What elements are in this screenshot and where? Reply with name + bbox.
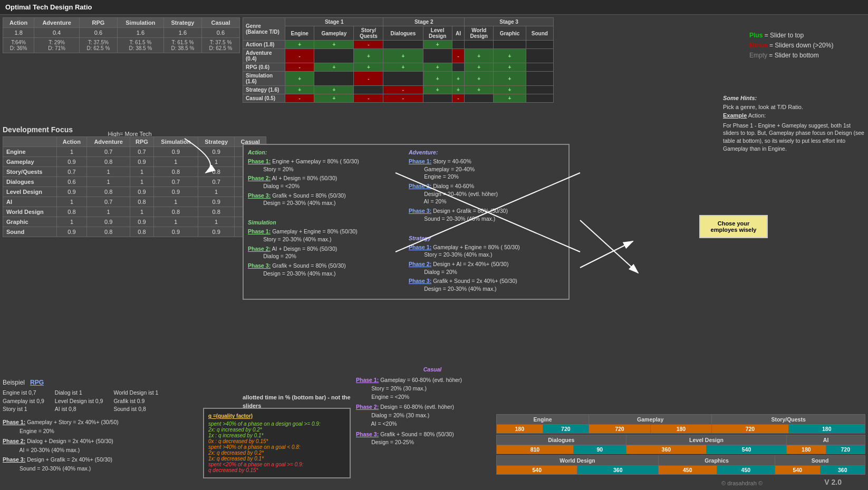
bsp-phase1: Phase 1: Gameplay + Story = 2x 40%+ (30/… — [3, 418, 203, 436]
genre-cell: + — [465, 86, 494, 94]
dev-cell: 0.9 — [153, 187, 198, 197]
genre-cell — [452, 63, 464, 72]
dev-cell: Story/Quests — [3, 167, 57, 177]
br-engine-2: 720 — [543, 425, 589, 434]
adv-phase1-label: Phase 1: — [409, 158, 431, 164]
td-strategy: T: 61.5 %D: 38.5 % — [163, 38, 201, 53]
genre-row-name: Action (1.8) — [243, 41, 285, 49]
dev-cell: 0.9 — [198, 227, 234, 237]
genre-cell — [526, 94, 553, 103]
legend-empty-label: Empty — [749, 52, 767, 59]
beispiel-phases: Phase 1: Gameplay + Story = 2x 40%+ (30/… — [3, 418, 203, 473]
genre-cell: - — [452, 94, 464, 103]
dev-cell: 0.7 — [56, 167, 86, 177]
genre-cell — [526, 41, 553, 49]
q-factor-box: q =(quality factor) spent >40% of a phas… — [203, 408, 351, 478]
genre-cell: + — [465, 72, 494, 86]
genre-cell — [526, 63, 553, 72]
app-title: Optimal Tech Design Ratio — [5, 3, 92, 11]
dev-cell: 1 — [87, 177, 130, 187]
dev-cell: 1 — [198, 187, 234, 197]
title-bar: Optimal Tech Design Ratio — [0, 0, 868, 15]
genre-cell: + — [423, 63, 452, 72]
legend-empty-text: = Slider to bottom — [769, 52, 818, 59]
genre-cell: - — [452, 49, 464, 63]
dev-cell: 0.9 — [198, 197, 234, 207]
casual-section: Casual Phase 1: Gameplay = 60-80% (evtl.… — [356, 366, 509, 447]
q-item-6: 2x: q decreased by 0.2* — [208, 450, 345, 456]
genre-cell: + — [465, 49, 494, 63]
adv-phase1: Phase 1: Story = 40-60% Gameplay = 20-40… — [409, 158, 564, 181]
legend-minus-row: Minus = Sliders down (>20%) — [749, 41, 865, 51]
bsp-phase3: Phase 3: Design + Grafik = 2x 40%+ (50/3… — [3, 455, 203, 473]
sim-phase3: Phase 3: Grafik + Sound = 80% (50/30) De… — [248, 262, 403, 277]
br-snd-1: 540 — [775, 466, 820, 475]
ratio-header-simulation: Simulation — [117, 18, 163, 28]
ratio-header-action: Action — [3, 18, 34, 28]
dev-cell: 1 — [87, 167, 130, 177]
casual-phase1: Phase 1: Gameplay = 60-80% (evtl. höher)… — [356, 376, 509, 401]
ratio-table: Action Adventure RPG Simulation Strategy… — [3, 17, 240, 53]
q-item-7: 1x: q decreased by 0.1* — [208, 456, 345, 462]
ratio-val-casual: 0.6 — [202, 28, 240, 38]
dev-cell: 0.8 — [198, 207, 234, 217]
gh-ai: AI — [452, 26, 464, 41]
dev-focus-table: Action Adventure RPG Simulation Strategy… — [3, 136, 266, 237]
casual-phase1-label: Phase 1: — [356, 377, 379, 383]
genre-cell: + — [354, 49, 383, 63]
genre-cell: + — [423, 86, 452, 94]
dev-cell: 1 — [87, 207, 130, 217]
dev-cell: 1 — [56, 217, 86, 227]
dev-cell: 1 — [56, 147, 86, 157]
br-h-gameplay: Gameplay — [589, 415, 712, 425]
casual-title: Casual — [356, 366, 509, 374]
rpg-link[interactable]: RPG — [30, 379, 44, 386]
br-lvl-2: 540 — [706, 445, 786, 454]
dev-cell: 1 — [130, 167, 154, 177]
legend-plus-row: Plus = Slider to top — [749, 31, 865, 41]
stat-col-2: Dialog ist 1Level Design ist 0,9AI ist 0… — [55, 389, 103, 414]
simulation-title: Simulation — [248, 219, 403, 226]
br-wd-2: 360 — [577, 466, 659, 475]
dev-cell: Graphic — [3, 217, 57, 227]
genre-cell: + — [494, 49, 526, 63]
action-phase3-label: Phase 3: — [248, 192, 271, 199]
str-phase1: Phase 1: Gameplay + Engine = 80% ( 50/30… — [409, 243, 564, 259]
genre-row-name: Simulation (1.6) — [243, 72, 285, 86]
df-h-action: Action — [56, 137, 86, 147]
genre-cell: + — [494, 63, 526, 72]
ratio-val-action: 1.8 — [3, 28, 34, 38]
genre-cell — [465, 94, 494, 103]
sim-phase1: Phase 1: Gameplay + Engine = 80% (50/30)… — [248, 228, 403, 243]
br-h-graphics: Graphics — [659, 456, 775, 466]
q-item-2: 2x: q increased by 0.2* — [208, 427, 345, 433]
gh-leveldesign: LevelDesign — [423, 26, 452, 41]
dev-cell: 0.8 — [153, 167, 198, 177]
df-h-adventure: Adventure — [87, 137, 130, 147]
dev-cell: 0.9 — [87, 217, 130, 227]
strategy-title: Strategy — [409, 235, 564, 241]
td-casual: T: 37.5 %D: 62.5 % — [202, 38, 240, 53]
dev-cell: 0.8 — [87, 157, 130, 167]
genre-cell: - — [285, 49, 314, 63]
br-engine-1: 180 — [497, 425, 543, 434]
br-table-3: World Design Graphics Sound 540 360 450 … — [496, 455, 865, 475]
q-item-8: spent <20% of a phase on a goal >= 0.9: — [208, 462, 345, 467]
br-snd-2: 360 — [820, 466, 865, 475]
genre-cell: - — [383, 86, 423, 94]
sim-phase2: Phase 2: AI + Deisgn = 80% (50/30) Dialo… — [248, 245, 403, 260]
dev-cell: 0.8 — [130, 227, 154, 237]
legend-empty-row: Empty = Slider to bottom — [749, 51, 865, 61]
dev-cell: 1 — [198, 217, 234, 227]
df-h0 — [3, 137, 57, 147]
dev-cell: Sound — [3, 227, 57, 237]
td-action: T:64%D: 36% — [3, 38, 34, 53]
dev-cell: 0.9 — [153, 227, 198, 237]
dev-cell: 0.8 — [153, 207, 198, 217]
dev-cell: 0.8 — [198, 167, 234, 177]
gh-story: Story/Quests — [354, 26, 383, 41]
td-rpg: T: 37.5%D: 62.5 % — [79, 38, 117, 53]
gh-dialogues: Dialogues — [383, 26, 423, 41]
br-dial-1: 810 — [497, 445, 574, 454]
br-gr-1: 450 — [659, 466, 717, 475]
